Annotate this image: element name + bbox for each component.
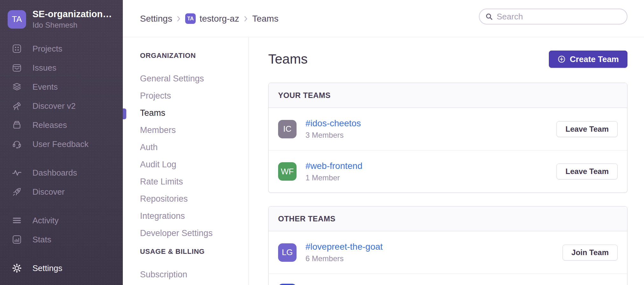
breadcrumb-current: Teams (252, 14, 278, 24)
sidebar-item-releases[interactable]: Releases (0, 115, 123, 135)
nav-item-developer-settings[interactable]: Developer Settings (140, 225, 248, 242)
sidebar-item-label: Stats (32, 235, 51, 245)
pulse-icon (11, 167, 22, 178)
search-input[interactable] (497, 12, 621, 22)
nav-section-header: ORGANIZATION (140, 52, 248, 60)
plus-circle-icon (557, 55, 566, 63)
panel-header: YOUR TEAMS (269, 83, 627, 108)
nav-item-members[interactable]: Members (140, 122, 248, 139)
sidebar-nav: Projects Issues Events Discover v2 (0, 39, 123, 278)
sidebar-item-activity[interactable]: Activity (0, 211, 123, 230)
leave-team-button[interactable]: Leave Team (556, 163, 618, 179)
sidebar-item-label: Events (32, 82, 58, 92)
rocket-icon (11, 186, 22, 197)
user-name: Ido Shemesh (32, 21, 112, 30)
headset-icon (11, 139, 22, 149)
team-avatar: WF (278, 162, 297, 181)
list-lines-icon (11, 215, 22, 226)
sidebar-item-projects[interactable]: Projects (0, 39, 123, 58)
sidebar-item-dashboards[interactable]: Dashboards (0, 163, 123, 182)
breadcrumb-settings[interactable]: Settings (140, 14, 172, 24)
releases-icon (11, 120, 22, 130)
panel-header: OTHER TEAMS (269, 206, 627, 231)
nav-section-organization: ORGANIZATION General Settings Projects T… (140, 52, 248, 242)
team-members-count: 1 Member (305, 173, 556, 182)
sidebar-item-label: Releases (32, 120, 67, 130)
search-icon (485, 13, 493, 20)
org-switcher[interactable]: TA SE-organization… Ido Shemesh (0, 0, 123, 30)
sidebar-item-label: Discover v2 (32, 101, 76, 111)
sidebar-item-label: User Feedback (32, 139, 88, 149)
nav-item-repositories[interactable]: Repositories (140, 190, 248, 207)
org-badge: TA (185, 13, 196, 24)
team-members-count: 3 Members (305, 131, 556, 140)
team-link[interactable]: #idos-cheetos (305, 118, 361, 129)
create-team-label: Create Team (570, 54, 619, 64)
content-area: Settings TA testorg-az Teams ORGANIZATIO… (123, 0, 644, 285)
team-row: LG #lovepreet-the-goat 6 Members Join Te… (269, 231, 627, 274)
sidebar-item-label: Issues (32, 63, 56, 73)
org-avatar: TA (8, 10, 26, 29)
bar-chart-icon (11, 234, 22, 245)
breadcrumb: Settings TA testorg-az Teams (140, 0, 278, 37)
sidebar-item-user-feedback[interactable]: User Feedback (0, 135, 123, 154)
team-link[interactable]: #lovepreet-the-goat (305, 242, 383, 252)
issues-icon (11, 62, 22, 73)
sidebar-item-settings[interactable]: Settings (0, 259, 123, 278)
team-avatar (278, 284, 297, 285)
app-sidebar: TA SE-organization… Ido Shemesh Projects… (0, 0, 123, 285)
sidebar-item-discover-v2[interactable]: Discover v2 (0, 96, 123, 115)
sidebar-item-label: Projects (32, 44, 62, 54)
nav-item-general-settings[interactable]: General Settings (140, 70, 248, 87)
page-title: Teams (268, 52, 308, 67)
create-team-button[interactable]: Create Team (549, 51, 627, 68)
sidebar-item-events[interactable]: Events (0, 77, 123, 96)
sidebar-item-label: Settings (32, 263, 62, 273)
team-avatar: LG (278, 243, 297, 262)
breadcrumb-org-label: testorg-az (200, 14, 239, 24)
events-icon (11, 81, 22, 92)
leave-team-button[interactable]: Leave Team (556, 121, 618, 137)
other-teams-panel: OTHER TEAMS LG #lovepreet-the-goat 6 Mem… (268, 206, 627, 285)
search-box (479, 9, 627, 24)
settings-nav: ORGANIZATION General Settings Projects T… (123, 37, 248, 285)
sidebar-item-stats[interactable]: Stats (0, 230, 123, 249)
projects-icon (11, 43, 22, 54)
sidebar-item-discover[interactable]: Discover (0, 182, 123, 201)
team-avatar: IC (278, 120, 297, 138)
org-name: SE-organization… (32, 9, 112, 19)
nav-item-integrations[interactable]: Integrations (140, 207, 248, 225)
team-members-count: 6 Members (305, 254, 563, 263)
nav-item-subscription[interactable]: Subscription (140, 266, 248, 283)
nav-section-usage-billing: USAGE & BILLING Subscription (140, 247, 248, 283)
chevron-right-icon (244, 15, 248, 22)
teams-main: Teams Create Team YOUR TEAMS IC #idos-ch… (249, 37, 644, 285)
active-nav-indicator (123, 108, 126, 119)
nav-item-auth[interactable]: Auth (140, 139, 248, 156)
nav-section-header: USAGE & BILLING (140, 247, 248, 256)
breadcrumb-org[interactable]: TA testorg-az (185, 13, 239, 24)
gear-icon (11, 263, 22, 274)
sidebar-item-label: Activity (32, 216, 59, 226)
settings-topbar: Settings TA testorg-az Teams (123, 0, 644, 37)
team-link[interactable]: #web-frontend (305, 161, 362, 171)
team-row: IC #idos-cheetos 3 Members Leave Team (269, 108, 627, 150)
chevron-right-icon (177, 15, 181, 22)
join-team-button[interactable]: Join Team (563, 245, 618, 261)
nav-item-audit-log[interactable]: Audit Log (140, 156, 248, 173)
nav-item-teams[interactable]: Teams (140, 104, 248, 122)
team-row-partial (269, 274, 627, 285)
your-teams-panel: YOUR TEAMS IC #idos-cheetos 3 Members Le… (268, 83, 627, 193)
sidebar-item-label: Dashboards (32, 168, 77, 178)
telescope-icon (11, 101, 22, 111)
sidebar-item-label: Discover (32, 187, 65, 197)
nav-item-rate-limits[interactable]: Rate Limits (140, 173, 248, 190)
nav-item-projects[interactable]: Projects (140, 87, 248, 104)
team-row: WF #web-frontend 1 Member Leave Team (269, 150, 627, 192)
sidebar-item-issues[interactable]: Issues (0, 58, 123, 77)
